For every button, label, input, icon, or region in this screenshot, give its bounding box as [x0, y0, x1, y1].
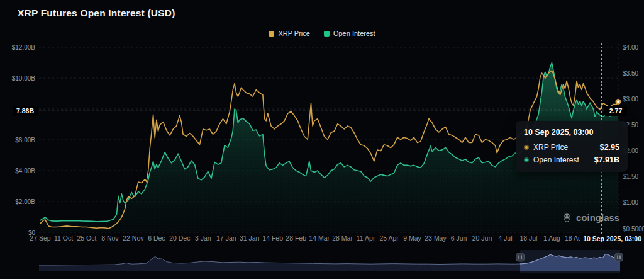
svg-text:25 Apr: 25 Apr	[379, 234, 399, 242]
svg-text:31 Jan: 31 Jan	[240, 234, 260, 242]
chart-legend: XRP Price Open Interest	[0, 30, 644, 37]
svg-text:28 Mar: 28 Mar	[332, 234, 353, 242]
svg-text:23 May: 23 May	[425, 234, 447, 242]
legend-label: XRP Price	[278, 30, 310, 37]
svg-text:22 Nov: 22 Nov	[123, 234, 144, 242]
chart-page: $12.00B$10.00B$6.00B$4.00B$2.00B$0$4.00$…	[0, 0, 644, 279]
svg-text:$10.00B: $10.00B	[12, 75, 36, 82]
svg-text:1 Aug: 1 Aug	[543, 234, 560, 242]
coinglass-watermark: coinglass	[562, 212, 619, 223]
svg-text:25 Oct: 25 Oct	[77, 234, 96, 242]
svg-text:14 Feb: 14 Feb	[262, 234, 283, 242]
svg-text:14 Mar: 14 Mar	[309, 234, 330, 242]
coinglass-logo-icon	[562, 212, 572, 223]
tooltip-value: $2.95	[600, 143, 619, 152]
watermark-text: coinglass	[576, 212, 619, 223]
tooltip-label: Open Interest	[533, 156, 590, 164]
svg-text:$1.50: $1.50	[623, 173, 638, 180]
svg-text:$0.5000: $0.5000	[623, 225, 644, 232]
navigator-right-handle-icon[interactable]	[615, 253, 623, 261]
x-axis-labels: 27 Sep11 Oct25 Oct8 Nov22 Nov6 Dec20 Dec…	[30, 234, 585, 242]
legend-item-open-interest[interactable]: Open Interest	[324, 30, 375, 37]
open-interest-legend-swatch-icon	[324, 31, 330, 37]
svg-text:4 Jul: 4 Jul	[498, 234, 512, 242]
svg-text:17 Jan: 17 Jan	[216, 234, 236, 242]
page-title: XRP Futures Open Interest (USD)	[18, 8, 175, 19]
navigator-left-handle-icon[interactable]	[516, 253, 525, 261]
legend-label: Open Interest	[333, 30, 375, 37]
xrp-price-dot-icon	[524, 145, 529, 150]
tooltip-date: 10 Sep 2025, 03:00	[524, 128, 619, 137]
crosshair-date-label: 10 Sep 2025, 03:00	[580, 234, 643, 243]
svg-text:27 Sep: 27 Sep	[30, 234, 50, 242]
svg-text:$1.00: $1.00	[623, 199, 638, 206]
tooltip-value: $7.91B	[594, 156, 619, 164]
svg-text:20 Dec: 20 Dec	[169, 234, 190, 242]
svg-text:3 Jan: 3 Jan	[195, 234, 211, 242]
svg-text:$3.50: $3.50	[623, 70, 638, 77]
tooltip: 10 Sep 2025, 03:00 XRP Price $2.95 Open …	[516, 121, 628, 172]
svg-text:$2.00B: $2.00B	[15, 198, 35, 205]
legend-item-xrp-price[interactable]: XRP Price	[269, 30, 310, 37]
tooltip-row-open-interest: Open Interest $7.91B	[524, 156, 619, 164]
svg-text:20 Jun: 20 Jun	[472, 234, 492, 242]
svg-text:$4.00: $4.00	[623, 44, 638, 51]
svg-text:9 May: 9 May	[403, 234, 421, 242]
svg-text:$3.00: $3.00	[623, 96, 638, 103]
svg-text:18 Jul: 18 Jul	[519, 234, 537, 242]
left-axis-labels: $12.00B$10.00B$6.00B$4.00B$2.00B$0	[12, 44, 36, 236]
svg-text:11 Oct: 11 Oct	[54, 234, 73, 242]
svg-text:$12.00B: $12.00B	[12, 44, 36, 51]
open-interest-current-value-badge: 7.86B	[13, 106, 38, 116]
open-interest-dot-icon	[524, 157, 529, 162]
navigator-mini-chart[interactable]	[39, 250, 623, 273]
xrp-price-last-dot	[616, 99, 621, 105]
svg-text:28 Feb: 28 Feb	[286, 234, 306, 242]
svg-text:6 Jun: 6 Jun	[451, 234, 467, 242]
svg-text:11 Apr: 11 Apr	[357, 234, 375, 242]
tooltip-row-xrp-price: XRP Price $2.95	[524, 143, 619, 152]
xrp-price-legend-swatch-icon	[269, 31, 274, 37]
svg-text:8 Nov: 8 Nov	[101, 234, 119, 242]
svg-text:6 Dec: 6 Dec	[148, 234, 165, 242]
svg-text:$6.00B: $6.00B	[15, 137, 35, 144]
svg-text:$4.00B: $4.00B	[15, 168, 35, 174]
price-axis-current-value-badge: 2.77	[604, 106, 627, 116]
tooltip-label: XRP Price	[533, 143, 596, 152]
